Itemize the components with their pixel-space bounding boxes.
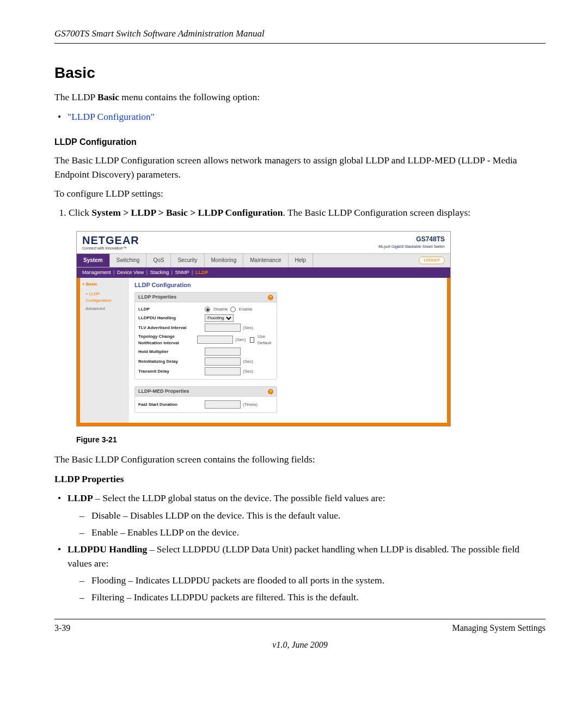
model-desc: 48-port Gigabit Stackable Smart Switch [378, 244, 445, 249]
tlv-interval-input[interactable] [205, 324, 241, 332]
text-bold: LLDP [68, 492, 93, 503]
lldp-configuration-link[interactable]: "LLDP Configuration" [68, 111, 155, 122]
list-item: LLDP – Select the LLDP global status on … [68, 491, 546, 539]
subnav-item-current[interactable]: LLDP [195, 270, 209, 275]
subheading: LLDP Configuration [54, 136, 546, 148]
subnav-item[interactable]: Stacking [150, 270, 169, 275]
list-item: "LLDP Configuration" [68, 110, 546, 124]
paragraph: The Basic LLDP Configuration screen allo… [54, 154, 546, 181]
radio-label: Enable [239, 306, 253, 313]
lldpdu-handling-select[interactable]: Flooding [205, 314, 234, 322]
tab-qos[interactable]: QoS [146, 254, 171, 267]
text: . The Basic LLDP Configuration screen di… [283, 207, 471, 218]
footer-rule [54, 619, 546, 619]
radio-label: Disable [213, 306, 228, 313]
list-item: Flooding – Indicates LLDPDU packets are … [91, 574, 546, 587]
fast-start-input[interactable] [205, 400, 241, 409]
list-item: Disable – Disables LLDP on the device. T… [91, 509, 546, 522]
field-label: LLDP [138, 306, 203, 313]
unit-label: (Sec) [235, 337, 246, 343]
footer-section: Managing System Settings [452, 622, 546, 634]
page-number: 3-39 [54, 622, 70, 634]
tab-monitoring[interactable]: Monitoring [205, 254, 244, 267]
brand-logo: NETGEAR [82, 235, 139, 246]
text-bold: LLDPDU Handling [68, 544, 147, 555]
help-icon[interactable]: ? [268, 295, 273, 300]
model-label: GS748TS 48-port Gigabit Stackable Smart … [378, 235, 445, 250]
field-label: Reinitializing Delay [138, 358, 203, 365]
unit-label: (Sec) [243, 358, 253, 365]
field-label: Topology Change Notification Interval [138, 333, 195, 346]
text: The LLDP [54, 92, 97, 102]
step-item: Click System > LLDP > Basic > LLDP Confi… [69, 206, 546, 220]
text-bold: System > LLDP > Basic > LLDP Configurati… [91, 207, 283, 218]
header-rule [54, 43, 546, 44]
help-icon[interactable]: ? [268, 389, 273, 394]
tab-switching[interactable]: Switching [110, 254, 147, 267]
logout-button[interactable]: LOGOUT [419, 257, 445, 264]
lldp-med-properties-panel: LLDP-MED Properties ? Fast Start Duratio… [134, 386, 277, 413]
text-bold: Basic [97, 92, 119, 102]
transmit-delay-input[interactable] [205, 367, 241, 375]
field-label: LLDPDU Handling [138, 315, 203, 321]
main-tabs: System Switching QoS Security Monitoring… [77, 253, 450, 268]
subnav-item[interactable]: Management [82, 270, 111, 275]
hold-multiplier-input[interactable] [205, 348, 241, 356]
text: Click [69, 207, 91, 218]
brand-tagline: Connect with Innovation™ [82, 246, 139, 251]
field-label: Hold Multiplier [138, 349, 203, 355]
field-label: Transmit Delay [138, 368, 203, 375]
tab-help[interactable]: Help [289, 254, 314, 267]
topology-interval-input[interactable] [197, 336, 233, 344]
panel-heading: LLDP-MED Properties [138, 388, 189, 395]
model-number: GS748TS [378, 235, 445, 244]
subnav-item[interactable]: Device View [117, 270, 144, 275]
running-header: GS700TS Smart Switch Software Administra… [54, 27, 546, 41]
side-nav: » Basic » LLDP Configuration Advanced [80, 278, 129, 423]
checkbox-label: Use Default [258, 333, 273, 346]
subnav-item[interactable]: SNMP [175, 270, 189, 275]
field-label: TLV Advertised Interval [138, 325, 203, 331]
list-item: Enable – Enables LLDP on the device. [91, 526, 546, 539]
unit-label: (Sec) [243, 368, 253, 375]
radio-enable[interactable] [230, 307, 236, 312]
field-label: Fast Start Duration [138, 401, 203, 408]
unit-label: (Sec) [243, 325, 253, 331]
intro-paragraph: The LLDP Basic menu contains the followi… [54, 90, 546, 104]
text: menu contains the following option: [119, 92, 260, 102]
side-group[interactable]: » Basic [82, 281, 127, 288]
panel-heading: LLDP Properties [138, 294, 176, 301]
tab-system[interactable]: System [77, 254, 110, 267]
unit-label: (Times) [243, 401, 258, 408]
paragraph: The Basic LLDP Configuration screen cont… [54, 453, 546, 466]
properties-heading: LLDP Properties [54, 472, 546, 486]
sidebar-item-advanced[interactable]: Advanced [82, 305, 127, 313]
figure-screenshot: NETGEAR Connect with Innovation™ GS748TS… [76, 231, 451, 427]
sub-nav: Management | Device View | Stacking | SN… [77, 267, 450, 278]
reinit-delay-input[interactable] [205, 357, 241, 366]
section-heading: Basic [54, 62, 546, 84]
lldp-properties-panel: LLDP Properties ? LLDP Disable Enable LL… [134, 292, 277, 380]
tab-maintenance[interactable]: Maintenance [243, 254, 288, 267]
figure-caption: Figure 3-21 [76, 434, 546, 445]
list-item: LLDPDU Handling – Select LLDPDU (LLDP Da… [68, 543, 546, 605]
paragraph: To configure LLDP settings: [54, 187, 546, 200]
tab-security[interactable]: Security [171, 254, 204, 267]
panel-title: LLDP Configuration [134, 281, 442, 290]
footer-version: v1.0, June 2009 [54, 638, 546, 651]
use-default-checkbox[interactable] [250, 337, 254, 343]
list-item: Filtering – Indicates LLDPDU packets are… [91, 591, 546, 604]
radio-disable[interactable] [205, 307, 210, 312]
text: – Select the LLDP global status on the d… [93, 492, 385, 503]
sidebar-item-lldp-config[interactable]: » LLDP Configuration [82, 290, 127, 305]
